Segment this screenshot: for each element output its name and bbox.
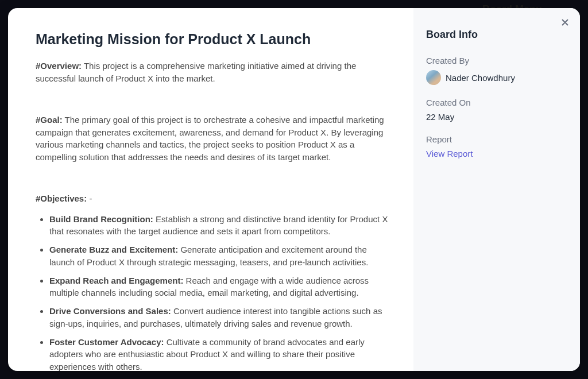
main-content: Marketing Mission for Product X Launch #… [8, 8, 413, 371]
board-info-panel: Board Info Created By Nader Chowdhury Cr… [413, 8, 580, 371]
objectives-label: #Objectives: [36, 194, 87, 203]
objectives-header: #Objectives: - [36, 192, 390, 205]
board-details-modal: Marketing Mission for Product X Launch #… [8, 8, 580, 371]
close-button[interactable] [558, 16, 572, 30]
panel-title: Board Info [426, 29, 567, 41]
list-item: Drive Conversions and Sales: Convert aud… [49, 305, 390, 330]
report-label: Report [426, 134, 567, 144]
goal-text: The primary goal of this project is to o… [36, 115, 384, 162]
created-by-label: Created By [426, 56, 567, 65]
objective-title: Drive Conversions and Sales: [49, 306, 171, 316]
goal-section: #Goal: The primary goal of this project … [36, 114, 390, 164]
overview-label: #Overview: [36, 61, 82, 71]
objectives-suffix: - [87, 194, 92, 203]
list-item: Generate Buzz and Excitement: Generate a… [49, 243, 390, 269]
list-item: Foster Customer Advocacy: Cultivate a co… [49, 336, 390, 372]
list-item: Expand Reach and Engagement: Reach and e… [49, 274, 390, 300]
created-on-value: 22 May [426, 112, 567, 122]
creator-name: Nader Chowdhury [446, 73, 515, 83]
avatar [426, 70, 441, 85]
objectives-list: Build Brand Recognition: Establish a str… [36, 213, 390, 372]
close-icon [560, 18, 570, 29]
goal-label: #Goal: [36, 115, 63, 125]
objective-title: Build Brand Recognition: [49, 214, 153, 224]
created-on-label: Created On [426, 98, 567, 107]
overview-text: This project is a comprehensive marketin… [36, 61, 356, 83]
objective-title: Expand Reach and Engagement: [49, 276, 183, 285]
view-report-link[interactable]: View Report [426, 149, 473, 158]
objective-title: Foster Customer Advocacy: [49, 337, 164, 347]
page-title: Marketing Mission for Product X Launch [36, 29, 390, 49]
creator-row: Nader Chowdhury [426, 70, 567, 85]
list-item: Build Brand Recognition: Establish a str… [49, 213, 390, 238]
objective-title: Generate Buzz and Excitement: [49, 245, 178, 254]
overview-section: #Overview: This project is a comprehensi… [36, 60, 390, 85]
